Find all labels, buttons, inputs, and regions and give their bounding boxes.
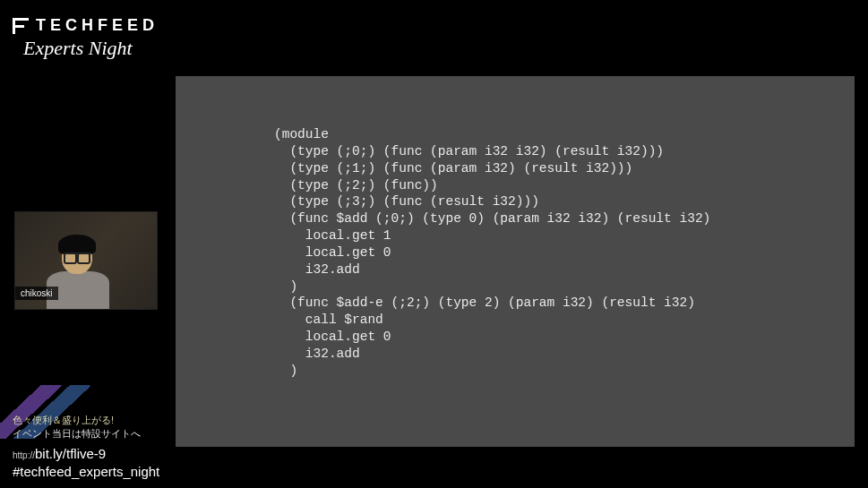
logo-subtitle: Experts Night [23, 37, 159, 60]
promo-text-2: イベント当日は特設サイトへ [13, 427, 159, 441]
techfeed-icon [13, 18, 29, 34]
presentation-slide: (module (type (;0;) (func (param i32 i32… [176, 76, 855, 447]
logo-main-text: TECHFEED [36, 16, 159, 35]
event-hashtag: #techfeed_experts_night [13, 464, 159, 479]
event-url: http://bit.ly/tflive-9 [13, 446, 159, 461]
presenter-name: chikoski [15, 287, 58, 300]
event-logo: TECHFEED Experts Night [13, 16, 159, 60]
url-path: bit.ly/tflive-9 [35, 446, 106, 461]
url-prefix: http:// [13, 450, 35, 460]
logo-main: TECHFEED [13, 16, 159, 35]
presenter-webcam: chikoski [14, 211, 158, 310]
promo-text-1: 色々便利＆盛り上がる! [13, 414, 159, 427]
code-block: (module (type (;0;) (func (param i32 i32… [274, 126, 855, 380]
event-info: 色々便利＆盛り上がる! イベント当日は特設サイトへ http://bit.ly/… [13, 414, 159, 479]
